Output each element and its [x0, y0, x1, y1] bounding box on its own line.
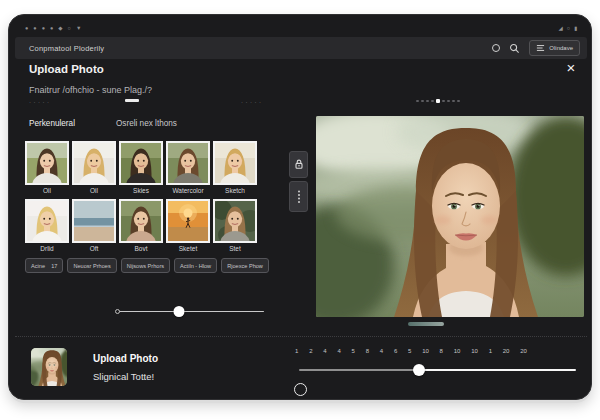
- pager-dot: [447, 100, 450, 103]
- scale-number: 4: [337, 348, 340, 354]
- style-thumb-label: Drlid: [25, 245, 69, 252]
- style-thumb-image: [25, 199, 69, 243]
- lock-icon: [293, 158, 305, 171]
- toolbar-actions: Olindave: [492, 40, 587, 56]
- style-thumb-image: [72, 141, 116, 185]
- page-background: ●●●●◆○▼ ◢○▮ Conpmatool Ploderily Olindav…: [0, 0, 600, 420]
- tab-indicator: [125, 99, 139, 102]
- status-icon: ●: [42, 23, 45, 33]
- style-strength-slider[interactable]: [116, 305, 264, 318]
- scale-number: 1: [489, 348, 492, 354]
- filter-chips: Acine 17Neuosr PrhoesNijsows PrhorsActil…: [25, 258, 269, 273]
- status-icon: ●: [33, 23, 36, 33]
- slider-track: [116, 311, 264, 313]
- scale-number: 6: [394, 348, 397, 354]
- style-row-1: Oil Oil Skies Watercolor Sketch: [25, 141, 257, 194]
- scale-number: 1: [295, 348, 298, 354]
- style-thumb-label: Watercolor: [166, 187, 210, 194]
- search-icon[interactable]: [509, 43, 520, 54]
- scale-number: 2: [309, 348, 312, 354]
- filter-chip[interactable]: Rjoexce Phow: [221, 258, 269, 273]
- status-icon: ○: [68, 23, 71, 33]
- pager-dot: [416, 100, 419, 103]
- scale-number: 4: [323, 348, 326, 354]
- overflow-button[interactable]: Olindave: [529, 40, 580, 56]
- style-thumb-label: Skies: [119, 187, 163, 194]
- style-thumb[interactable]: Oil: [25, 141, 69, 194]
- bottom-title: Upload Photo: [93, 353, 158, 364]
- status-icon: ○: [567, 23, 570, 33]
- style-tabs: Perkenuleral Osreli nex lthons: [29, 119, 177, 128]
- preview-scroll-indicator[interactable]: [408, 322, 444, 326]
- style-thumb-label: Sketet: [166, 245, 210, 252]
- status-icons-right: ◢○▮: [558, 23, 577, 33]
- style-thumb-label: Bovt: [119, 245, 163, 252]
- filter-chip[interactable]: Actiln - Hlow: [174, 258, 217, 273]
- count-slider[interactable]: [299, 363, 576, 376]
- scale-number: 20: [520, 348, 527, 354]
- dots-decoration-right: ·····: [241, 99, 264, 105]
- filter-chip[interactable]: Neuosr Prhoes: [67, 258, 116, 273]
- pager-dot: [421, 100, 424, 103]
- style-thumb-label: Oil: [25, 187, 69, 194]
- pager-dot: [452, 100, 455, 103]
- status-icon: ▮: [574, 23, 577, 33]
- filter-chip[interactable]: Acine 17: [25, 258, 63, 273]
- slider-thumb[interactable]: [413, 364, 425, 376]
- more-button[interactable]: [289, 181, 308, 212]
- style-thumb[interactable]: Skies: [119, 141, 163, 194]
- pager-dot: [431, 100, 434, 103]
- style-thumb[interactable]: Sketch: [213, 141, 257, 194]
- record-icon[interactable]: [492, 44, 500, 52]
- close-icon[interactable]: ×: [563, 60, 579, 76]
- bottom-subtitle: Slignical Totte!: [93, 371, 154, 382]
- status-icon: ●: [50, 23, 53, 33]
- scale-number: 10: [422, 348, 429, 354]
- style-thumb[interactable]: Stet: [213, 199, 257, 252]
- style-thumb[interactable]: Sketet: [166, 199, 210, 252]
- scale-number: 8: [366, 348, 369, 354]
- kebab-menu-icon: [297, 190, 301, 204]
- status-icon: ●: [25, 23, 28, 33]
- scale-number: 10: [471, 348, 478, 354]
- style-thumb-image: [119, 141, 163, 185]
- scale-number: 20: [503, 348, 510, 354]
- scale-number: 8: [440, 348, 443, 354]
- style-thumb-label: Sketch: [213, 187, 257, 194]
- lock-button[interactable]: [289, 151, 308, 178]
- tablet-device: ●●●●◆○▼ ◢○▮ Conpmatool Ploderily Olindav…: [8, 14, 592, 400]
- dots-decoration-left: ·····: [29, 99, 52, 105]
- app-title: Conpmatool Ploderily: [29, 44, 104, 53]
- style-thumb[interactable]: Bovt: [119, 199, 163, 252]
- side-toolbar: [289, 151, 308, 215]
- status-icon: ▼: [76, 23, 81, 33]
- style-thumb-label: Oil: [72, 187, 116, 194]
- style-thumb-image: [213, 141, 257, 185]
- status-icon: ◆: [58, 23, 62, 33]
- scale-number: 5: [352, 348, 355, 354]
- count-scale: 124458465108101012020: [295, 348, 527, 354]
- pager-dots: [416, 99, 464, 103]
- style-thumb-image: [166, 141, 210, 185]
- divider: [15, 336, 587, 337]
- style-thumb-label: Stet: [213, 245, 257, 252]
- avatar[interactable]: [31, 348, 67, 386]
- slider-thumb[interactable]: [173, 306, 184, 317]
- style-thumb[interactable]: Drlid: [25, 199, 69, 252]
- home-button[interactable]: [294, 383, 307, 396]
- status-icon: ◢: [558, 23, 562, 33]
- style-thumb[interactable]: Oil: [72, 141, 116, 194]
- pager-dot: [442, 100, 445, 103]
- style-thumb[interactable]: Oft: [72, 199, 116, 252]
- preview-image: [316, 116, 584, 317]
- tab-personal[interactable]: Perkenuleral: [29, 119, 75, 128]
- style-thumb-image: [72, 199, 116, 243]
- tab-other-styles[interactable]: Osreli nex lthons: [116, 119, 177, 128]
- style-thumb[interactable]: Watercolor: [166, 141, 210, 194]
- style-thumb-image: [25, 141, 69, 185]
- scale-number: 10: [454, 348, 461, 354]
- app-toolbar: Conpmatool Ploderily Olindave: [15, 37, 587, 59]
- page-title: Upload Photo: [29, 63, 104, 75]
- filter-chip[interactable]: Nijsows Prhors: [121, 258, 170, 273]
- style-thumb-image: [166, 199, 210, 243]
